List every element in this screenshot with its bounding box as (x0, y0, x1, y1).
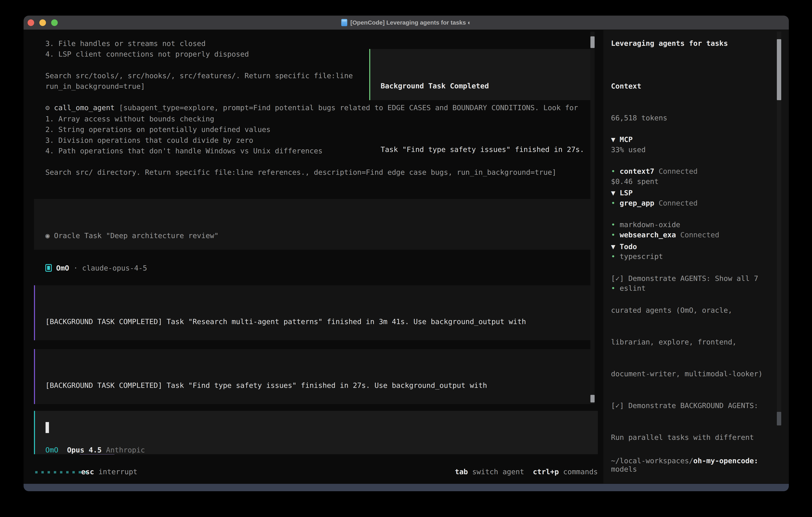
maximize-button[interactable] (51, 19, 58, 26)
scrollback-line: 3. File handles or streams not closed (46, 38, 206, 49)
context-heading: Context (611, 81, 667, 91)
sidebar-scrollbar-thumb[interactable] (777, 39, 781, 100)
sidebar-scrollbar-mark[interactable] (777, 412, 781, 426)
tool-arg-item: 1. Array access without bounds checking (46, 113, 214, 124)
chat-scrollbar-track[interactable] (590, 32, 594, 404)
tool-arg-item: 3. Division operations that could divide… (46, 135, 253, 145)
keybind-hints: tab switch agent ctrl+p commands (455, 466, 598, 477)
tab-key-label: tab (455, 468, 468, 476)
gear-icon: ⚙ (46, 104, 54, 112)
title-center: [OpenCode] Leveraging agents for tasks ◐ (341, 19, 471, 26)
interrupt-hint: esc interrupt (81, 466, 138, 477)
workspace-path: ~/local-workspaces/oh-my-opencode: (611, 456, 758, 466)
mcp-heading[interactable]: ▼ MCP (611, 134, 719, 145)
ctrlp-key-label: ctrl+p (533, 468, 559, 476)
document-icon (341, 19, 347, 26)
tool-name: call_omo_agent (54, 104, 115, 112)
chat-scrollbar-mark[interactable] (590, 395, 594, 403)
tool-arg-item: 2. String operations on potentially unde… (46, 124, 270, 135)
prompt-input[interactable]: OmO Opus 4.5 Anthropic (34, 411, 598, 454)
message-block[interactable]: [BACKGROUND TASK COMPLETED] Task "Find t… (34, 349, 590, 404)
esc-key-label: esc (81, 468, 94, 476)
text-cursor (46, 422, 49, 433)
minimize-button[interactable] (39, 19, 46, 26)
input-model-line: OmO Opus 4.5 Anthropic (46, 445, 145, 455)
session-title: Leveraging agents for tasks (611, 38, 728, 49)
app-window: [OpenCode] Leveraging agents for tasks ◐… (24, 16, 789, 491)
notification-title: Background Task Completed (381, 81, 592, 91)
notification-toast[interactable]: Background Task Completed Task "Find typ… (369, 49, 593, 100)
oracle-task-box[interactable]: ◉ Oracle Task "Deep architecture review"… (34, 199, 590, 250)
window-bottom-bar (24, 484, 789, 491)
window-title: [OpenCode] Leveraging agents for tasks ◐ (350, 19, 471, 26)
agent-separator: · (69, 264, 82, 272)
input-provider-label: Anthropic (106, 446, 145, 454)
agent-avatar-icon (46, 264, 52, 272)
tool-arg-item: 4. Path operations that don't handle Win… (46, 145, 322, 156)
input-model-label[interactable]: Opus 4.5 (67, 446, 102, 454)
input-agent-label: OmO (46, 446, 58, 454)
scrollback-line: 4. LSP client connections not properly d… (46, 49, 249, 59)
close-button[interactable] (28, 19, 34, 26)
agent-model: claude-opus-4-5 (82, 264, 147, 272)
agent-header: OmO · claude-opus-4-5 (46, 263, 147, 273)
todo-item-done: [✓] Demonstrate BACKGROUND AGENTS: (611, 400, 771, 411)
notification-body: Task "Find type safety issues" finished … (381, 144, 592, 155)
message-text: [BACKGROUND TASK COMPLETED] Task "Resear… (46, 316, 583, 327)
scrollback-line: Search src/tools/, src/hooks/, src/featu… (46, 71, 353, 81)
traffic-lights (28, 16, 58, 30)
record-icon: ◉ (46, 232, 54, 240)
oracle-task-title: ◉ Oracle Task "Deep architecture review" (46, 230, 583, 241)
lsp-heading[interactable]: ▼ LSP (611, 188, 680, 198)
sidebar: Leveraging agents for tasks Context 66,5… (603, 30, 789, 483)
agent-name: OmO (56, 264, 69, 272)
scrollback-line: run_in_background=true] (46, 81, 145, 91)
terminal-content: 3. File handles or streams not closed 4.… (24, 30, 789, 484)
titlebar[interactable]: [OpenCode] Leveraging agents for tasks ◐ (24, 16, 789, 30)
chat-scrollbar-thumb[interactable] (590, 36, 594, 48)
message-text: [BACKGROUND TASK COMPLETED] Task "Find t… (46, 380, 583, 391)
message-block[interactable]: [BACKGROUND TASK COMPLETED] Task "Resear… (34, 285, 590, 340)
todo-item-done: [✓] Demonstrate AGENTS: Show all 7 (611, 273, 771, 284)
todo-heading[interactable]: ▼ Todo (611, 241, 771, 252)
